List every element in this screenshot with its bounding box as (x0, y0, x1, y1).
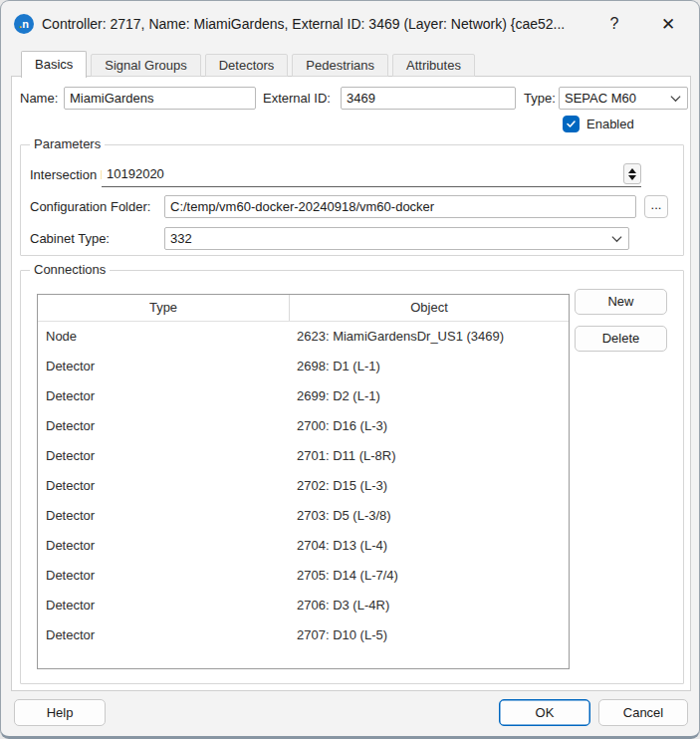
row-type-cell: Detector (38, 441, 290, 471)
help-button[interactable]: Help (14, 699, 106, 726)
row-object-cell: 2700: D16 (L-3) (290, 411, 569, 441)
connections-table-header: Type Object (38, 295, 569, 322)
basics-tab-page: Name: External ID: Type: SEPAC M60 Enabl… (11, 76, 691, 691)
name-label: Name: (20, 88, 58, 110)
connections-table-body: Node 2623: MiamiGardensDr_US1 (3469) Det… (38, 322, 569, 650)
row-type-cell: Detector (38, 591, 290, 620)
new-button[interactable]: New (575, 289, 667, 315)
table-row[interactable]: Node 2623: MiamiGardensDr_US1 (3469) (38, 322, 569, 352)
chevron-down-icon (669, 92, 682, 105)
cabinet-type-label: Cabinet Type: (30, 228, 110, 250)
window-title: Controller: 2717, Name: MiamiGardens, Ex… (42, 1, 565, 47)
cabinet-type-select[interactable]: 332 (164, 227, 629, 250)
row-type-cell: Detector (38, 561, 290, 591)
close-icon: ✕ (661, 14, 675, 35)
tab-signal-groups[interactable]: Signal Groups (91, 54, 200, 77)
controller-dialog: .n Controller: 2717, Name: MiamiGardens,… (0, 0, 700, 739)
row-object-cell: 2699: D2 (L-1) (290, 381, 569, 411)
connections-table: Type Object Node 2623: MiamiGardensDr_US… (37, 294, 570, 669)
type-select[interactable]: SEPAC M60 (559, 87, 688, 110)
enabled-label: Enabled (586, 114, 634, 135)
row-type-cell: Detector (38, 411, 290, 441)
external-id-label: External ID: (263, 88, 331, 110)
enabled-checkbox[interactable] (563, 116, 580, 132)
external-id-input[interactable] (341, 87, 516, 110)
table-row[interactable]: Detector 2699: D2 (L-1) (38, 381, 569, 411)
connections-group-label: Connections (30, 262, 110, 278)
row-type-cell: Detector (38, 381, 290, 411)
row-type-cell: Detector (38, 352, 290, 381)
row-type-cell: Detector (38, 620, 290, 650)
row-object-cell: 2706: D3 (L-4R) (290, 591, 569, 620)
row-object-cell: 2704: D13 (L-4) (290, 531, 569, 561)
type-label: Type: (524, 88, 556, 110)
column-header-object[interactable]: Object (290, 295, 569, 321)
row-object-cell: 2698: D1 (L-1) (290, 352, 569, 381)
app-icon: .n (14, 14, 34, 34)
question-mark-icon: ? (610, 15, 619, 33)
tab-detectors[interactable]: Detectors (205, 54, 289, 77)
table-row[interactable]: Detector 2706: D3 (L-4R) (38, 591, 569, 620)
delete-button[interactable]: Delete (575, 326, 667, 352)
row-object-cell: 2623: MiamiGardensDr_US1 (3469) (290, 322, 569, 352)
tab-bar: Basics Signal Groups Detectors Pedestria… (21, 51, 475, 77)
close-button[interactable]: ✕ (656, 12, 680, 36)
chevron-down-icon (610, 232, 623, 245)
table-row[interactable]: Detector 2701: D11 (L-8R) (38, 441, 569, 471)
tab-basics[interactable]: Basics (21, 51, 87, 78)
tab-pedestrians[interactable]: Pedestrians (292, 54, 388, 77)
name-input[interactable] (64, 87, 256, 110)
cancel-button[interactable]: Cancel (598, 699, 688, 726)
intersection-id-input[interactable]: 10192020 (102, 162, 641, 187)
row-object-cell: 2702: D15 (L-3) (290, 471, 569, 501)
row-object-cell: 2707: D10 (L-5) (290, 620, 569, 650)
ok-button[interactable]: OK (499, 699, 590, 726)
spin-up-icon (628, 168, 636, 173)
table-row[interactable]: Detector 2707: D10 (L-5) (38, 620, 569, 650)
browse-folder-button[interactable]: ... (644, 195, 668, 218)
table-row[interactable]: Detector 2705: D14 (L-7/4) (38, 561, 569, 591)
spin-down-icon (628, 175, 636, 180)
parameters-group-label: Parameters (30, 136, 105, 152)
row-object-cell: 2703: D5 (L-3/8) (290, 501, 569, 531)
configuration-folder-label: Configuration Folder: (30, 196, 150, 218)
row-type-cell: Detector (38, 531, 290, 561)
row-type-cell: Detector (38, 501, 290, 531)
row-object-cell: 2705: D14 (L-7/4) (290, 561, 569, 591)
column-header-type[interactable]: Type (38, 295, 290, 321)
row-type-cell: Node (38, 322, 290, 352)
configuration-folder-input[interactable] (164, 195, 636, 218)
ellipsis-icon: ... (651, 197, 662, 212)
row-object-cell: 2701: D11 (L-8R) (290, 441, 569, 471)
row-type-cell: Detector (38, 471, 290, 501)
check-icon (566, 119, 577, 129)
intersection-id-stepper[interactable] (623, 163, 641, 184)
table-row[interactable]: Detector 2703: D5 (L-3/8) (38, 501, 569, 531)
table-row[interactable]: Detector 2700: D16 (L-3) (38, 411, 569, 441)
table-row[interactable]: Detector 2702: D15 (L-3) (38, 471, 569, 501)
help-button-titlebar[interactable]: ? (602, 12, 626, 36)
title-bar: .n Controller: 2717, Name: MiamiGardens,… (1, 1, 699, 47)
tab-attributes[interactable]: Attributes (392, 54, 475, 77)
table-row[interactable]: Detector 2698: D1 (L-1) (38, 352, 569, 381)
table-row[interactable]: Detector 2704: D13 (L-4) (38, 531, 569, 561)
